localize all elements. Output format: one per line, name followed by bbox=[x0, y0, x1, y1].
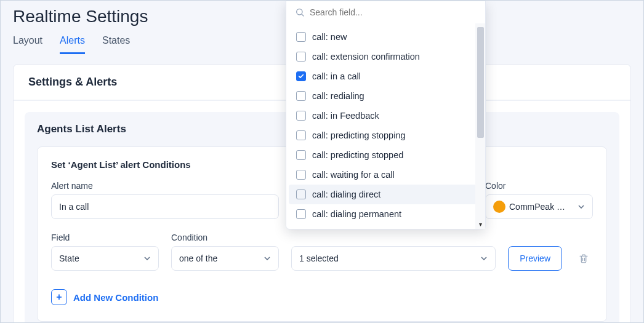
checkbox-icon bbox=[296, 32, 306, 42]
preview-button[interactable]: Preview bbox=[508, 246, 562, 271]
checkbox-icon bbox=[296, 52, 306, 62]
dropdown-option[interactable]: call: predicting stopping bbox=[289, 126, 483, 145]
trash-label-blank bbox=[574, 233, 593, 242]
dropdown-options-list: call: newcall: extension confirmationcal… bbox=[286, 23, 485, 229]
add-condition-label: Add New Condition bbox=[73, 292, 158, 303]
dropdown-option[interactable]: call: extension confirmation bbox=[289, 47, 483, 66]
color-select-value: CommPeak … bbox=[509, 202, 565, 212]
value-select[interactable]: 1 selected bbox=[291, 246, 496, 271]
dropdown-search-row bbox=[286, 1, 485, 23]
chevron-down-icon bbox=[578, 203, 585, 210]
checkbox-icon bbox=[296, 71, 306, 81]
dropdown-option-label: call: new bbox=[312, 32, 347, 42]
checkbox-icon bbox=[296, 189, 306, 199]
color-select[interactable]: CommPeak … bbox=[485, 194, 593, 219]
checkbox-icon bbox=[296, 150, 306, 160]
condition-label: Condition bbox=[171, 233, 279, 242]
field-select[interactable]: State bbox=[51, 246, 159, 271]
condition-select-value: one of the bbox=[179, 253, 217, 263]
alert-name-input-wrapper bbox=[51, 194, 279, 219]
dropdown-option-label: call: dialing direct bbox=[312, 189, 380, 199]
dropdown-option-label: call: extension confirmation bbox=[312, 52, 420, 62]
dropdown-option-label: call: redialing bbox=[312, 91, 364, 101]
chevron-down-icon bbox=[264, 255, 271, 262]
dropdown-search-input[interactable] bbox=[310, 7, 477, 17]
dropdown-option-label: call: predicting stopped bbox=[312, 150, 403, 160]
chevron-down-icon bbox=[143, 255, 151, 262]
add-condition-button[interactable]: + Add New Condition bbox=[51, 289, 593, 305]
dropdown-option-label: call: dialing permanent bbox=[312, 209, 401, 219]
dropdown-option[interactable]: call: new bbox=[289, 27, 483, 47]
field-options-dropdown: ▾ call: newcall: extension confirmationc… bbox=[286, 1, 486, 229]
dropdown-option[interactable]: call: predicting stopped bbox=[289, 145, 483, 165]
scrollbar-track[interactable]: ▾ bbox=[475, 23, 485, 229]
dropdown-option[interactable]: call: dialing permanent bbox=[289, 204, 483, 224]
checkbox-icon bbox=[296, 209, 306, 219]
checkbox-icon bbox=[296, 91, 306, 101]
field-select-value: State bbox=[59, 253, 79, 263]
chevron-down-icon bbox=[480, 255, 488, 262]
color-swatch-icon bbox=[493, 201, 505, 213]
condition-select[interactable]: one of the bbox=[171, 246, 279, 271]
scrollbar-thumb[interactable] bbox=[477, 27, 484, 138]
dropdown-option[interactable]: call: in a call bbox=[289, 66, 483, 86]
trash-icon bbox=[578, 253, 589, 264]
dropdown-option-label: call: in a call bbox=[312, 71, 361, 81]
dropdown-option-label: call: in Feedback bbox=[312, 111, 379, 121]
plus-icon: + bbox=[51, 289, 67, 305]
tab-layout[interactable]: Layout bbox=[13, 31, 42, 54]
value-label-blank bbox=[291, 233, 496, 242]
dropdown-option[interactable]: call: in Feedback bbox=[289, 106, 483, 126]
scroll-down-arrow-icon[interactable]: ▾ bbox=[475, 219, 485, 229]
dropdown-option[interactable]: call: redialing bbox=[289, 86, 483, 106]
dropdown-option-label: call: waiting for a call bbox=[312, 170, 395, 180]
preview-label-blank bbox=[508, 233, 562, 242]
checkbox-icon bbox=[296, 170, 306, 180]
tab-alerts[interactable]: Alerts bbox=[60, 31, 85, 54]
alert-name-input[interactable] bbox=[59, 202, 271, 212]
field-label: Field bbox=[51, 233, 159, 242]
alert-name-label: Alert name bbox=[51, 181, 279, 191]
search-icon bbox=[295, 7, 305, 17]
tab-states[interactable]: States bbox=[102, 31, 130, 54]
value-select-value: 1 selected bbox=[299, 253, 339, 263]
dropdown-option[interactable]: call: dialing direct bbox=[289, 185, 483, 204]
checkbox-icon bbox=[296, 130, 306, 140]
dropdown-option[interactable]: call: waiting for a call bbox=[289, 165, 483, 185]
dropdown-option-label: call: predicting stopping bbox=[312, 130, 406, 140]
color-label: Color bbox=[485, 181, 593, 191]
checkbox-icon bbox=[296, 111, 306, 121]
delete-button[interactable] bbox=[574, 246, 593, 271]
